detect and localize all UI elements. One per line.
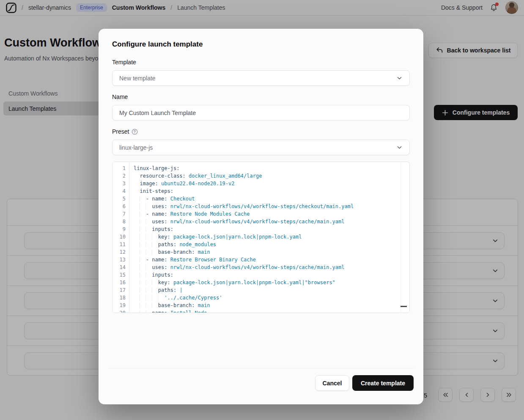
line-number: 19: [112, 302, 129, 309]
code-line: 10 key: package-lock.json|yarn.lock|pnpm…: [112, 233, 409, 241]
code-line: 19 base-branch: main: [112, 302, 409, 309]
preset-field-label: Preset: [112, 128, 138, 135]
template-field-label: Template: [112, 59, 136, 66]
name-input[interactable]: My Custom Launch Template: [112, 105, 410, 121]
line-number: 6: [112, 203, 129, 210]
line-number: 10: [112, 233, 129, 241]
help-circle-icon[interactable]: [132, 129, 138, 135]
yaml-code-editor[interactable]: 1linux-large-js:2 resource-class: docker…: [112, 162, 410, 313]
code-line: 9 inputs:: [112, 225, 409, 233]
line-number: 14: [112, 264, 129, 271]
code-line: 17 paths: |: [112, 286, 409, 294]
line-number: 18: [112, 294, 129, 302]
modal-title: Configure launch template: [112, 40, 203, 49]
preset-select-value: linux-large-js: [119, 144, 153, 151]
code-line: 11 paths: node_modules: [112, 241, 409, 248]
line-number: 15: [112, 271, 129, 279]
code-line: 15 inputs:: [112, 271, 409, 279]
line-number: 20: [112, 309, 129, 313]
code-line: 5 - name: Checkout: [112, 195, 409, 203]
code-line: 2 resource-class: docker_linux_amd64/lar…: [112, 172, 409, 180]
line-number: 3: [112, 180, 129, 187]
line-number: 16: [112, 279, 129, 286]
preset-select[interactable]: linux-large-js: [112, 140, 410, 155]
line-number: 11: [112, 241, 129, 248]
code-line: 8 uses: nrwl/nx-cloud-workflows/v4/workf…: [112, 218, 409, 225]
name-field-label: Name: [112, 93, 128, 100]
line-number: 1: [112, 165, 129, 172]
code-line: 18 '../.cache/Cypress': [112, 294, 409, 302]
template-select-value: New template: [119, 75, 156, 82]
code-line: 6 uses: nrwl/nx-cloud-workflows/v4/workf…: [112, 203, 409, 210]
line-number: 7: [112, 210, 129, 218]
code-line: 1linux-large-js:: [112, 165, 409, 172]
app-screen: / stellar-dynamics Enterprise Custom Wor…: [0, 0, 524, 420]
editor-scrollbar-thumb[interactable]: [401, 306, 407, 307]
cancel-button[interactable]: Cancel: [315, 375, 349, 391]
chevron-down-icon: [396, 144, 403, 151]
code-line: 16 key: package-lock.json|yarn.lock|pnpm…: [112, 279, 409, 286]
line-number: 17: [112, 286, 129, 294]
create-template-button[interactable]: Create template: [352, 375, 414, 391]
code-line: 3 image: ubuntu22.04-node20.19-v2: [112, 180, 409, 187]
template-select[interactable]: New template: [112, 70, 410, 86]
code-line: 7 - name: Restore Node Modules Cache: [112, 210, 409, 218]
footer-divider: [109, 368, 413, 368]
line-number: 13: [112, 256, 129, 264]
editor-scrollbar-track: [401, 162, 401, 312]
name-input-value: My Custom Launch Template: [119, 110, 196, 116]
line-number: 2: [112, 172, 129, 180]
code-line: 14 uses: nrwl/nx-cloud-workflows/v4/work…: [112, 264, 409, 271]
code-line: 12 base-branch: main: [112, 248, 409, 256]
line-number: 12: [112, 248, 129, 256]
line-number: 5: [112, 195, 129, 203]
configure-launch-template-modal: Configure launch template Template New t…: [99, 29, 423, 404]
chevron-down-icon: [396, 75, 403, 81]
line-number: 9: [112, 225, 129, 233]
line-number: 4: [112, 187, 129, 195]
preset-label-text: Preset: [112, 128, 129, 135]
line-number: 8: [112, 218, 129, 225]
code-line: 13 - name: Restore Browser Binary Cache: [112, 256, 409, 264]
code-line: 20 name: Install Node: [112, 309, 409, 313]
code-line: 4 init-steps:: [112, 187, 409, 195]
